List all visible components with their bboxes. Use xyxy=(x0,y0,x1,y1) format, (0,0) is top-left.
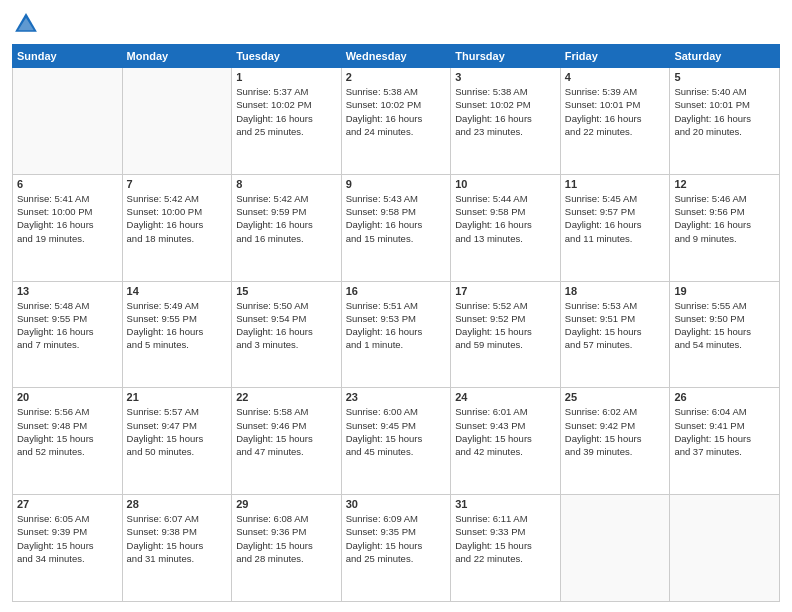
calendar-cell xyxy=(122,68,232,175)
calendar-table: SundayMondayTuesdayWednesdayThursdayFrid… xyxy=(12,44,780,602)
weekday-header: Monday xyxy=(122,45,232,68)
day-number: 8 xyxy=(236,178,337,190)
calendar-cell: 31Sunrise: 6:11 AM Sunset: 9:33 PM Dayli… xyxy=(451,495,561,602)
day-number: 9 xyxy=(346,178,447,190)
day-number: 17 xyxy=(455,285,556,297)
calendar-cell: 8Sunrise: 5:42 AM Sunset: 9:59 PM Daylig… xyxy=(232,174,342,281)
day-info: Sunrise: 6:01 AM Sunset: 9:43 PM Dayligh… xyxy=(455,405,556,458)
day-info: Sunrise: 5:56 AM Sunset: 9:48 PM Dayligh… xyxy=(17,405,118,458)
day-number: 16 xyxy=(346,285,447,297)
day-number: 3 xyxy=(455,71,556,83)
weekday-header-row: SundayMondayTuesdayWednesdayThursdayFrid… xyxy=(13,45,780,68)
day-number: 29 xyxy=(236,498,337,510)
calendar-cell: 12Sunrise: 5:46 AM Sunset: 9:56 PM Dayli… xyxy=(670,174,780,281)
calendar-cell: 20Sunrise: 5:56 AM Sunset: 9:48 PM Dayli… xyxy=(13,388,123,495)
calendar-week-row: 6Sunrise: 5:41 AM Sunset: 10:00 PM Dayli… xyxy=(13,174,780,281)
weekday-header: Sunday xyxy=(13,45,123,68)
calendar-cell: 29Sunrise: 6:08 AM Sunset: 9:36 PM Dayli… xyxy=(232,495,342,602)
day-number: 21 xyxy=(127,391,228,403)
day-number: 28 xyxy=(127,498,228,510)
day-info: Sunrise: 6:04 AM Sunset: 9:41 PM Dayligh… xyxy=(674,405,775,458)
day-info: Sunrise: 5:55 AM Sunset: 9:50 PM Dayligh… xyxy=(674,299,775,352)
day-info: Sunrise: 6:05 AM Sunset: 9:39 PM Dayligh… xyxy=(17,512,118,565)
day-info: Sunrise: 5:38 AM Sunset: 10:02 PM Daylig… xyxy=(346,85,447,138)
day-info: Sunrise: 6:00 AM Sunset: 9:45 PM Dayligh… xyxy=(346,405,447,458)
day-number: 4 xyxy=(565,71,666,83)
calendar-cell: 22Sunrise: 5:58 AM Sunset: 9:46 PM Dayli… xyxy=(232,388,342,495)
calendar-cell: 27Sunrise: 6:05 AM Sunset: 9:39 PM Dayli… xyxy=(13,495,123,602)
calendar-week-row: 1Sunrise: 5:37 AM Sunset: 10:02 PM Dayli… xyxy=(13,68,780,175)
weekday-header: Wednesday xyxy=(341,45,451,68)
day-number: 7 xyxy=(127,178,228,190)
day-number: 1 xyxy=(236,71,337,83)
calendar-cell: 1Sunrise: 5:37 AM Sunset: 10:02 PM Dayli… xyxy=(232,68,342,175)
calendar-cell xyxy=(560,495,670,602)
day-info: Sunrise: 5:50 AM Sunset: 9:54 PM Dayligh… xyxy=(236,299,337,352)
logo-icon xyxy=(12,10,40,38)
day-number: 13 xyxy=(17,285,118,297)
calendar-cell: 19Sunrise: 5:55 AM Sunset: 9:50 PM Dayli… xyxy=(670,281,780,388)
day-info: Sunrise: 5:41 AM Sunset: 10:00 PM Daylig… xyxy=(17,192,118,245)
weekday-header: Tuesday xyxy=(232,45,342,68)
day-info: Sunrise: 5:37 AM Sunset: 10:02 PM Daylig… xyxy=(236,85,337,138)
day-info: Sunrise: 5:42 AM Sunset: 9:59 PM Dayligh… xyxy=(236,192,337,245)
calendar-cell: 30Sunrise: 6:09 AM Sunset: 9:35 PM Dayli… xyxy=(341,495,451,602)
weekday-header: Friday xyxy=(560,45,670,68)
calendar-cell: 6Sunrise: 5:41 AM Sunset: 10:00 PM Dayli… xyxy=(13,174,123,281)
calendar-cell: 18Sunrise: 5:53 AM Sunset: 9:51 PM Dayli… xyxy=(560,281,670,388)
day-number: 12 xyxy=(674,178,775,190)
logo xyxy=(12,10,44,38)
day-info: Sunrise: 5:44 AM Sunset: 9:58 PM Dayligh… xyxy=(455,192,556,245)
header xyxy=(12,10,780,38)
day-number: 22 xyxy=(236,391,337,403)
day-number: 11 xyxy=(565,178,666,190)
day-info: Sunrise: 5:51 AM Sunset: 9:53 PM Dayligh… xyxy=(346,299,447,352)
day-number: 6 xyxy=(17,178,118,190)
day-info: Sunrise: 6:02 AM Sunset: 9:42 PM Dayligh… xyxy=(565,405,666,458)
day-number: 23 xyxy=(346,391,447,403)
calendar-cell: 16Sunrise: 5:51 AM Sunset: 9:53 PM Dayli… xyxy=(341,281,451,388)
calendar-cell: 24Sunrise: 6:01 AM Sunset: 9:43 PM Dayli… xyxy=(451,388,561,495)
day-number: 20 xyxy=(17,391,118,403)
calendar-cell: 5Sunrise: 5:40 AM Sunset: 10:01 PM Dayli… xyxy=(670,68,780,175)
calendar-cell: 4Sunrise: 5:39 AM Sunset: 10:01 PM Dayli… xyxy=(560,68,670,175)
day-info: Sunrise: 5:42 AM Sunset: 10:00 PM Daylig… xyxy=(127,192,228,245)
day-number: 27 xyxy=(17,498,118,510)
day-info: Sunrise: 5:45 AM Sunset: 9:57 PM Dayligh… xyxy=(565,192,666,245)
calendar-cell xyxy=(670,495,780,602)
day-number: 5 xyxy=(674,71,775,83)
day-info: Sunrise: 5:58 AM Sunset: 9:46 PM Dayligh… xyxy=(236,405,337,458)
day-number: 30 xyxy=(346,498,447,510)
day-number: 14 xyxy=(127,285,228,297)
calendar-cell: 14Sunrise: 5:49 AM Sunset: 9:55 PM Dayli… xyxy=(122,281,232,388)
day-number: 31 xyxy=(455,498,556,510)
day-info: Sunrise: 6:09 AM Sunset: 9:35 PM Dayligh… xyxy=(346,512,447,565)
calendar-week-row: 20Sunrise: 5:56 AM Sunset: 9:48 PM Dayli… xyxy=(13,388,780,495)
page: SundayMondayTuesdayWednesdayThursdayFrid… xyxy=(0,0,792,612)
calendar-week-row: 27Sunrise: 6:05 AM Sunset: 9:39 PM Dayli… xyxy=(13,495,780,602)
calendar-cell: 23Sunrise: 6:00 AM Sunset: 9:45 PM Dayli… xyxy=(341,388,451,495)
calendar-cell xyxy=(13,68,123,175)
day-number: 19 xyxy=(674,285,775,297)
day-number: 18 xyxy=(565,285,666,297)
day-number: 25 xyxy=(565,391,666,403)
day-number: 26 xyxy=(674,391,775,403)
calendar-cell: 10Sunrise: 5:44 AM Sunset: 9:58 PM Dayli… xyxy=(451,174,561,281)
calendar-cell: 9Sunrise: 5:43 AM Sunset: 9:58 PM Daylig… xyxy=(341,174,451,281)
day-info: Sunrise: 6:07 AM Sunset: 9:38 PM Dayligh… xyxy=(127,512,228,565)
day-number: 2 xyxy=(346,71,447,83)
day-info: Sunrise: 5:46 AM Sunset: 9:56 PM Dayligh… xyxy=(674,192,775,245)
calendar-cell: 21Sunrise: 5:57 AM Sunset: 9:47 PM Dayli… xyxy=(122,388,232,495)
day-info: Sunrise: 6:08 AM Sunset: 9:36 PM Dayligh… xyxy=(236,512,337,565)
calendar-cell: 7Sunrise: 5:42 AM Sunset: 10:00 PM Dayli… xyxy=(122,174,232,281)
calendar-week-row: 13Sunrise: 5:48 AM Sunset: 9:55 PM Dayli… xyxy=(13,281,780,388)
day-number: 24 xyxy=(455,391,556,403)
calendar-cell: 15Sunrise: 5:50 AM Sunset: 9:54 PM Dayli… xyxy=(232,281,342,388)
day-number: 10 xyxy=(455,178,556,190)
weekday-header: Saturday xyxy=(670,45,780,68)
weekday-header: Thursday xyxy=(451,45,561,68)
day-number: 15 xyxy=(236,285,337,297)
calendar-cell: 11Sunrise: 5:45 AM Sunset: 9:57 PM Dayli… xyxy=(560,174,670,281)
calendar-cell: 13Sunrise: 5:48 AM Sunset: 9:55 PM Dayli… xyxy=(13,281,123,388)
day-info: Sunrise: 5:43 AM Sunset: 9:58 PM Dayligh… xyxy=(346,192,447,245)
